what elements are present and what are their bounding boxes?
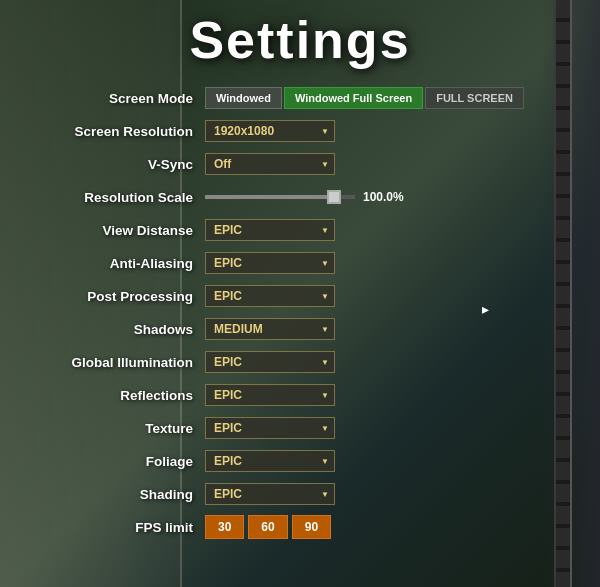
row-reflections: Reflections EPICHIGHMEDIUMLOW (30, 381, 570, 409)
row-fps-limit: FPS limit 30 60 90 (30, 513, 570, 541)
res-scale-value: 100.0% (363, 190, 408, 204)
res-scale-control: 100.0% (205, 190, 570, 204)
shading-control: EPICHIGHMEDIUMLOW (205, 483, 570, 505)
anti-aliasing-wrapper: EPICHIGHMEDIUMLOW (205, 252, 335, 274)
shadows-wrapper: MEDIUMEPICHIGHLOW (205, 318, 335, 340)
global-illumination-dropdown[interactable]: EPICHIGHMEDIUMLOW (205, 351, 335, 373)
settings-table: Screen Mode Windowed Windowed Full Scree… (30, 84, 570, 541)
post-processing-dropdown[interactable]: EPICHIGHMEDIUMLOW (205, 285, 335, 307)
label-foliage: Foliage (30, 454, 205, 469)
row-global-illumination: Global Illumination EPICHIGHMEDIUMLOW (30, 348, 570, 376)
view-distance-control: EPICHIGHMEDIUMLOW (205, 219, 570, 241)
row-shading: Shading EPICHIGHMEDIUMLOW (30, 480, 570, 508)
row-view-distance: View Distanse EPICHIGHMEDIUMLOW (30, 216, 570, 244)
anti-aliasing-dropdown[interactable]: EPICHIGHMEDIUMLOW (205, 252, 335, 274)
label-shading: Shading (30, 487, 205, 502)
row-anti-aliasing: Anti-Aliasing EPICHIGHMEDIUMLOW (30, 249, 570, 277)
global-illumination-wrapper: EPICHIGHMEDIUMLOW (205, 351, 335, 373)
reflections-control: EPICHIGHMEDIUMLOW (205, 384, 570, 406)
shading-dropdown[interactable]: EPICHIGHMEDIUMLOW (205, 483, 335, 505)
row-screen-mode: Screen Mode Windowed Windowed Full Scree… (30, 84, 570, 112)
foliage-wrapper: EPICHIGHMEDIUMLOW (205, 450, 335, 472)
foliage-control: EPICHIGHMEDIUMLOW (205, 450, 570, 472)
row-shadows: Shadows MEDIUMEPICHIGHLOW (30, 315, 570, 343)
shadows-control: MEDIUMEPICHIGHLOW (205, 318, 570, 340)
fps-30-button[interactable]: 30 (205, 515, 244, 539)
reflections-dropdown[interactable]: EPICHIGHMEDIUMLOW (205, 384, 335, 406)
shadows-dropdown[interactable]: MEDIUMEPICHIGHLOW (205, 318, 335, 340)
screen-mode-group: Windowed Windowed Full Screen FULL SCREE… (205, 87, 570, 109)
reflections-wrapper: EPICHIGHMEDIUMLOW (205, 384, 335, 406)
texture-control: EPICHIGHMEDIUMLOW (205, 417, 570, 439)
post-processing-wrapper: EPICHIGHMEDIUMLOW (205, 285, 335, 307)
row-resolution: Screen Resolution 1920x1080 1280x720 256… (30, 117, 570, 145)
resolution-dropdown[interactable]: 1920x1080 1280x720 2560x1440 (205, 120, 335, 142)
texture-wrapper: EPICHIGHMEDIUMLOW (205, 417, 335, 439)
foliage-dropdown[interactable]: EPICHIGHMEDIUMLOW (205, 450, 335, 472)
texture-dropdown[interactable]: EPICHIGHMEDIUMLOW (205, 417, 335, 439)
screen-mode-windowed[interactable]: Windowed (205, 87, 282, 109)
label-resolution: Screen Resolution (30, 124, 205, 139)
label-shadows: Shadows (30, 322, 205, 337)
view-distance-wrapper: EPICHIGHMEDIUMLOW (205, 219, 335, 241)
row-vsync: V-Sync Off On (30, 150, 570, 178)
label-view-distance: View Distanse (30, 223, 205, 238)
label-global-illumination: Global Illumination (30, 355, 205, 370)
label-texture: Texture (30, 421, 205, 436)
label-anti-aliasing: Anti-Aliasing (30, 256, 205, 271)
post-processing-control: EPICHIGHMEDIUMLOW (205, 285, 570, 307)
label-fps-limit: FPS limit (30, 520, 205, 535)
vsync-control: Off On (205, 153, 570, 175)
vsync-dropdown[interactable]: Off On (205, 153, 335, 175)
row-post-processing: Post Processing EPICHIGHMEDIUMLOW (30, 282, 570, 310)
resolution-wrapper: 1920x1080 1280x720 2560x1440 (205, 120, 335, 142)
screen-mode-windowed-full[interactable]: Windowed Full Screen (284, 87, 423, 109)
anti-aliasing-control: EPICHIGHMEDIUMLOW (205, 252, 570, 274)
fps-90-button[interactable]: 90 (292, 515, 331, 539)
row-foliage: Foliage EPICHIGHMEDIUMLOW (30, 447, 570, 475)
label-reflections: Reflections (30, 388, 205, 403)
label-res-scale: Resolution Scale (30, 190, 205, 205)
page-title: Settings (30, 10, 570, 70)
fps-60-button[interactable]: 60 (248, 515, 287, 539)
label-vsync: V-Sync (30, 157, 205, 172)
resolution-control: 1920x1080 1280x720 2560x1440 (205, 120, 570, 142)
view-distance-dropdown[interactable]: EPICHIGHMEDIUMLOW (205, 219, 335, 241)
screen-mode-fullscreen[interactable]: FULL SCREEN (425, 87, 524, 109)
vsync-wrapper: Off On (205, 153, 335, 175)
row-res-scale: Resolution Scale 100.0% (30, 183, 570, 211)
fps-group: 30 60 90 (205, 515, 570, 539)
label-post-processing: Post Processing (30, 289, 205, 304)
global-illumination-control: EPICHIGHMEDIUMLOW (205, 351, 570, 373)
row-texture: Texture EPICHIGHMEDIUMLOW (30, 414, 570, 442)
res-scale-slider[interactable] (205, 195, 355, 199)
shading-wrapper: EPICHIGHMEDIUMLOW (205, 483, 335, 505)
label-screen-mode: Screen Mode (30, 91, 205, 106)
